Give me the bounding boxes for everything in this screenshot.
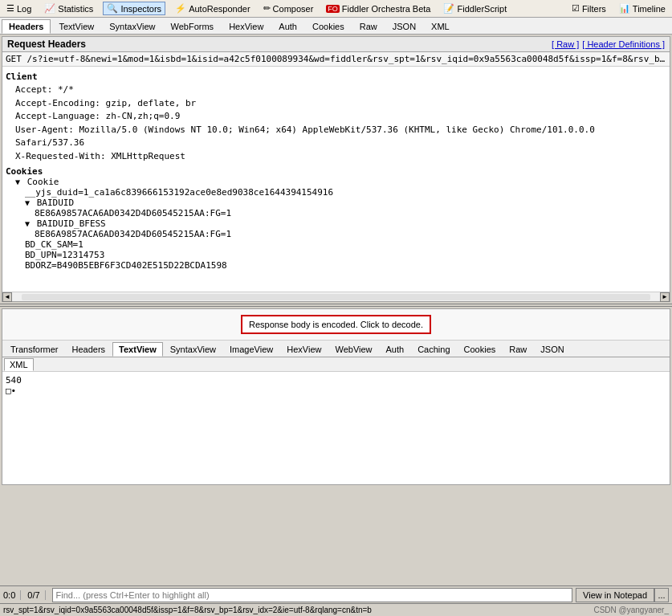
composer-label: Composer <box>273 4 314 14</box>
cookie-baiduid-group: ▼ BAIDUID <box>6 198 666 208</box>
tab-syntaxview-resp[interactable]: SyntaxView <box>164 342 222 357</box>
scrollbar-track[interactable] <box>22 294 650 300</box>
header-user-agent: User-Agent: Mozilla/5.0 (Windows NT 10.0… <box>6 124 666 150</box>
response-notice-container: Response body is encoded. Click to decod… <box>2 309 670 341</box>
composer-icon: ✏ <box>263 3 271 14</box>
cookie-root-label: Cookie <box>27 177 59 187</box>
tab-syntaxview-req[interactable]: SyntaxView <box>102 19 162 34</box>
cookie-bd-ck-sam: BD_CK_SAM=1 <box>6 239 666 250</box>
raw-link[interactable]: [ Raw ] <box>552 39 579 49</box>
cookie-collapse-icon[interactable]: ▼ <box>15 177 20 186</box>
tab-webforms[interactable]: WebForms <box>164 19 222 34</box>
toolbar-statistics[interactable]: 📈 Statistics <box>41 2 96 14</box>
baiduid-collapse-icon[interactable]: ▼ <box>25 198 30 207</box>
toolbar-top: ☰ Log 📈 Statistics 🔍 Inspectors ⚡ AutoRe… <box>0 0 672 18</box>
inspectors-icon: 🔍 <box>107 3 118 14</box>
toolbar-filters[interactable]: ☑ Filters <box>568 2 609 14</box>
scrollbar-left-arrow[interactable]: ◄ <box>2 292 12 302</box>
response-notice[interactable]: Response body is encoded. Click to decod… <box>241 315 431 334</box>
toolbar-composer[interactable]: ✏ Composer <box>260 2 317 14</box>
response-line-1: 540 <box>6 375 666 386</box>
tab-webview[interactable]: WebView <box>328 342 378 357</box>
toolbar-log[interactable]: ☰ Log <box>3 2 35 14</box>
header-links: [ Raw ] [ Header Definitions ] <box>552 39 665 49</box>
tab-hexview-req[interactable]: HexView <box>222 19 271 34</box>
tab-cookies-resp[interactable]: Cookies <box>458 342 503 357</box>
request-headers-panel: Request Headers [ Raw ] [ Header Definit… <box>2 36 670 302</box>
tab-headers-resp[interactable]: Headers <box>66 342 112 357</box>
tab-auth-resp[interactable]: Auth <box>380 342 411 357</box>
cookie-yjs: __yjs_duid=1_ca1a6c839666153192ace0e8ed9… <box>6 187 666 198</box>
header-accept-encoding: Accept-Encoding: gzip, deflate, br <box>6 97 666 111</box>
filters-label: Filters <box>582 4 606 14</box>
toolbar-orchestra[interactable]: FO Fiddler Orchestra Beta <box>323 3 434 14</box>
request-url-bar: GET /s?ie=utf-8&newi=1&mod=1&isbd=1&isid… <box>2 52 670 67</box>
filters-icon: ☑ <box>572 3 580 14</box>
inspectors-label: Inspectors <box>120 4 161 14</box>
panel-header: Request Headers [ Raw ] [ Header Definit… <box>2 37 670 52</box>
orchestra-icon: FO <box>326 5 340 13</box>
header-definitions-link[interactable]: [ Header Definitions ] <box>582 39 665 49</box>
statistics-label: Statistics <box>58 4 93 14</box>
response-section: Response body is encoded. Click to decod… <box>2 308 670 485</box>
cookie-bdorz: BDORZ=B490B5EBF6F3CD402E515D22BCDA1598 <box>6 260 666 271</box>
response-tab-bar: Transformer Headers TextView SyntaxView … <box>2 341 670 357</box>
panel-divider <box>0 304 672 307</box>
statistics-icon: 📈 <box>44 3 55 14</box>
toolbar-inspectors[interactable]: 🔍 Inspectors <box>103 2 165 15</box>
toolbar-fiddlerscript[interactable]: 📝 FiddlerScript <box>440 2 510 14</box>
panel-title: Request Headers <box>7 39 86 50</box>
cookie-baiduid-bfess-group: ▼ BAIDUID_BFESS <box>6 218 666 229</box>
fiddlerscript-label: FiddlerScript <box>457 4 507 14</box>
tab-json-req[interactable]: JSON <box>385 19 423 34</box>
tab-hexview-resp[interactable]: HexView <box>280 342 328 357</box>
client-section: Client <box>6 71 666 82</box>
tab-xml-req[interactable]: XML <box>424 19 457 34</box>
timeline-label: Timeline <box>633 4 666 14</box>
autoresponder-label: AutoResponder <box>189 4 250 14</box>
tab-caching[interactable]: Caching <box>411 342 456 357</box>
tab-raw-resp[interactable]: Raw <box>503 342 533 357</box>
response-line-2: □• <box>6 386 666 396</box>
fiddlerscript-icon: 📝 <box>443 3 454 14</box>
tab-raw-req[interactable]: Raw <box>352 19 385 34</box>
header-accept-language: Accept-Language: zh-CN,zh;q=0.9 <box>6 110 666 124</box>
cookie-baiduid-bfess-val: 8E86A9857ACA6AD0342D4D60545215AA:FG=1 <box>6 229 666 239</box>
response-sub-tab-bar: XML <box>2 357 670 372</box>
log-label: Log <box>17 4 31 14</box>
tab-textview-resp[interactable]: TextView <box>112 342 163 357</box>
autoresponder-icon: ⚡ <box>175 3 186 14</box>
cookies-section: Cookies <box>6 166 666 177</box>
log-icon: ☰ <box>6 3 14 14</box>
cookie-root: ▼ Cookie <box>6 177 666 187</box>
tab-json-resp[interactable]: JSON <box>534 342 570 357</box>
tab-headers[interactable]: Headers <box>2 19 51 34</box>
horizontal-scrollbar[interactable]: ◄ ► <box>2 292 670 301</box>
baiduid-bfess-collapse-icon[interactable]: ▼ <box>25 219 30 228</box>
header-accept: Accept: */* <box>6 84 666 97</box>
timeline-icon: 📊 <box>619 3 630 14</box>
request-tab-bar: Headers TextView SyntaxView WebForms Hex… <box>0 18 672 35</box>
tab-cookies-req[interactable]: Cookies <box>305 19 352 34</box>
cookie-baiduid-val: 8E86A9857ACA6AD0342D4D60545215AA:FG=1 <box>6 208 666 218</box>
orchestra-label: Fiddler Orchestra Beta <box>342 4 431 14</box>
toolbar-timeline[interactable]: 📊 Timeline <box>616 2 669 14</box>
tab-imageview[interactable]: ImageView <box>223 342 279 357</box>
tab-transformer[interactable]: Transformer <box>4 342 65 357</box>
tab-xml-resp[interactable]: XML <box>4 358 34 371</box>
request-headers-content[interactable]: Client Accept: */* Accept-Encoding: gzip… <box>2 67 670 292</box>
response-content[interactable]: 540 □• <box>2 372 670 484</box>
tab-auth-req[interactable]: Auth <box>271 19 304 34</box>
scrollbar-right-arrow[interactable]: ► <box>660 292 670 302</box>
toolbar-autoresponder[interactable]: ⚡ AutoResponder <box>172 2 253 14</box>
tab-textview-req[interactable]: TextView <box>51 19 101 34</box>
header-x-requested-with: X-Requested-With: XMLHttpRequest <box>6 150 666 164</box>
cookie-bd-upn: BD_UPN=12314753 <box>6 250 666 260</box>
